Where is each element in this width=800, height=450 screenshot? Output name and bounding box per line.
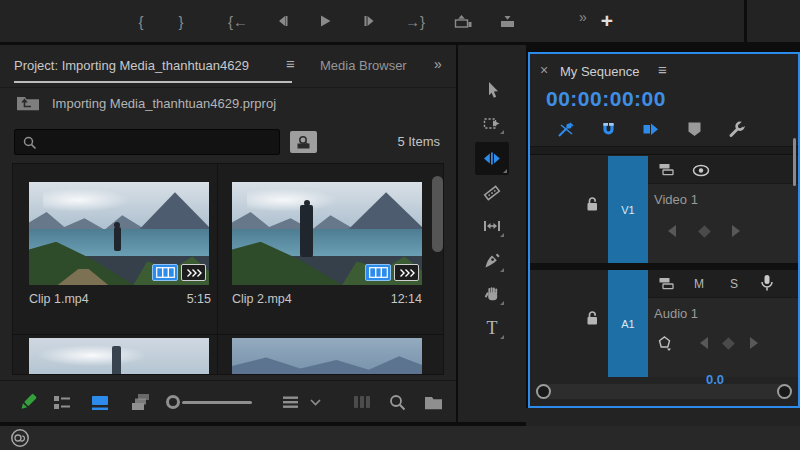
solo-track-button[interactable]: S [730, 277, 738, 291]
mark-in-icon: { [138, 13, 143, 30]
previous-keyframe-button[interactable] [665, 224, 679, 238]
clip2-thumbnail[interactable] [232, 182, 422, 285]
find-in-bin-button[interactable] [290, 131, 317, 153]
preview-area-button[interactable] [349, 381, 375, 423]
mark-in-button[interactable]: { [128, 0, 154, 42]
mark-out-button[interactable]: } [168, 0, 194, 42]
video-badge-icon [152, 264, 178, 281]
tab-project[interactable]: Project: Importing Media_thanhtuan4629 [14, 58, 249, 73]
video-badge-icon [365, 264, 391, 281]
play-button[interactable] [312, 0, 338, 42]
add-marker-button[interactable] [684, 120, 704, 138]
sync-lock-icon [658, 276, 675, 291]
add-keyframe-button[interactable] [721, 336, 735, 350]
project-file-name[interactable]: Importing Media_thanhtuan4629.prproj [52, 96, 276, 111]
clip3-thumbnail[interactable] [29, 338, 209, 375]
thumbnail-zoom-slider-knob[interactable] [166, 395, 180, 409]
triangle-right-icon [750, 337, 758, 349]
list-view-icon [53, 394, 71, 411]
tab-my-sequence[interactable]: My Sequence [560, 64, 640, 79]
scrollbar-right-handle[interactable] [777, 384, 792, 399]
list-view-button[interactable] [49, 381, 75, 423]
linked-selection-button[interactable] [640, 120, 660, 138]
type-tool[interactable]: T [479, 316, 505, 340]
nest-sequences-button[interactable] [556, 120, 576, 138]
go-to-in-button[interactable]: {← [222, 0, 254, 42]
clip1-name[interactable]: Clip 1.mp4 [29, 292, 89, 306]
sort-direction-button[interactable] [302, 381, 328, 423]
video-track-row: V1 Video 1 [530, 156, 798, 263]
sync-lock-button[interactable] [658, 162, 675, 181]
hand-tool[interactable] [479, 282, 505, 306]
close-panel-icon[interactable]: × [540, 62, 548, 78]
slip-icon [483, 218, 501, 234]
step-back-button[interactable] [269, 0, 295, 42]
go-to-out-button[interactable]: →} [399, 0, 431, 42]
extract-button[interactable] [495, 0, 521, 42]
toolbar-more-button[interactable]: » [570, 0, 596, 42]
timeline-panel-menu-icon[interactable]: ≡ [658, 61, 667, 78]
status-bar [0, 426, 800, 450]
creative-cloud-icon[interactable] [10, 428, 30, 450]
track-lock-button[interactable] [584, 196, 600, 216]
ripple-edit-tool[interactable] [475, 142, 509, 175]
clip4-thumbnail[interactable] [232, 338, 422, 375]
voiceover-record-button[interactable] [760, 274, 774, 296]
pen-tool[interactable] [479, 249, 505, 273]
search-box [14, 129, 280, 155]
tab-media-browser[interactable]: Media Browser [320, 58, 408, 73]
wrench-icon [728, 121, 745, 138]
tools-panel: T [458, 45, 526, 422]
next-keyframe-button[interactable] [747, 336, 761, 350]
toggle-track-output-button[interactable] [692, 163, 710, 181]
linked-selection-icon [642, 121, 659, 137]
playhead-timecode[interactable]: 00:00:00:00 [546, 87, 666, 111]
mute-track-button[interactable]: M [694, 277, 704, 291]
add-keyframe-button[interactable] [697, 224, 711, 238]
timeline-horizontal-scrollbar[interactable] [536, 384, 792, 399]
clip1-thumbnail[interactable] [29, 182, 209, 285]
add-button[interactable]: + [594, 0, 620, 42]
audio-target-a1[interactable]: A1 [608, 270, 648, 377]
selection-tool[interactable] [479, 78, 505, 102]
panel-overflow-icon[interactable]: » [434, 56, 442, 72]
timeline-ruler[interactable] [530, 146, 798, 155]
clip2-name[interactable]: Clip 2.mp4 [232, 292, 292, 306]
snap-button[interactable] [598, 120, 618, 138]
search-input[interactable] [41, 131, 276, 153]
magnifier-icon [389, 394, 406, 411]
new-bin-button[interactable] [420, 381, 446, 423]
timeline-vertical-scrollbar[interactable] [793, 138, 796, 186]
track-select-forward-tool[interactable] [479, 111, 505, 135]
folder-up-icon[interactable] [16, 94, 40, 115]
go-to-in-icon: {← [228, 13, 248, 30]
previous-keyframe-button[interactable] [697, 336, 711, 350]
sort-button[interactable] [277, 381, 303, 423]
thumbnail-zoom-slider-track[interactable] [182, 401, 252, 404]
keyframe-type-button[interactable] [657, 336, 671, 350]
bin-vertical-scrollbar[interactable] [432, 176, 443, 252]
icon-view-button[interactable] [87, 381, 113, 423]
video-target-v1[interactable]: V1 [608, 156, 648, 263]
razor-tool[interactable] [479, 181, 505, 205]
freeform-view-button[interactable] [127, 381, 153, 423]
find-button[interactable] [384, 381, 410, 423]
go-to-out-icon: →} [405, 13, 425, 30]
icon-view-icon [91, 394, 109, 411]
project-writable-button[interactable] [15, 381, 41, 423]
timeline-settings-button[interactable] [726, 120, 746, 138]
next-keyframe-button[interactable] [729, 224, 743, 238]
plus-icon: + [601, 9, 613, 33]
writable-pencil-icon [17, 391, 39, 413]
sync-lock-button[interactable] [658, 276, 675, 295]
project-panel-menu-icon[interactable]: ≡ [286, 55, 295, 72]
find-bin-icon [295, 135, 312, 150]
track-lock-button[interactable] [584, 310, 600, 330]
lift-button[interactable] [450, 0, 476, 42]
scrollbar-left-handle[interactable] [536, 384, 551, 399]
audio-track-name: Audio 1 [654, 306, 698, 321]
person-silhouette [112, 346, 121, 375]
step-forward-button[interactable] [357, 0, 383, 42]
track-select-icon [483, 115, 501, 132]
slip-tool[interactable] [479, 214, 505, 238]
